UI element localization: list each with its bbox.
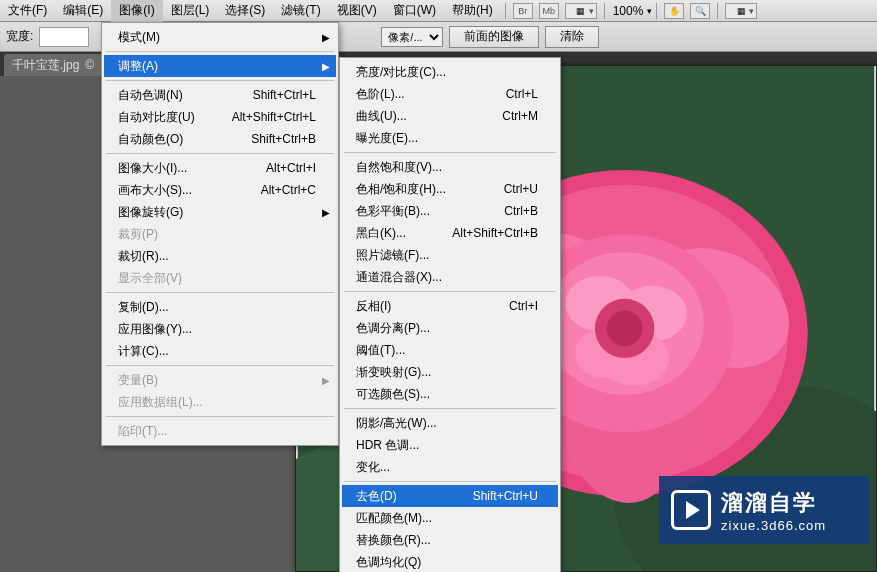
unit-select[interactable]: 像素/...: [381, 27, 443, 47]
play-icon: [671, 490, 711, 530]
menu-variations[interactable]: 变化...: [342, 456, 558, 478]
menu-photo-filter[interactable]: 照片滤镜(F)...: [342, 244, 558, 266]
separator: [106, 416, 334, 417]
menu-match-color[interactable]: 匹配颜色(M)...: [342, 507, 558, 529]
separator: [344, 408, 556, 409]
menu-channel-mixer[interactable]: 通道混合器(X)...: [342, 266, 558, 288]
menu-window[interactable]: 窗口(W): [385, 0, 444, 22]
menu-desaturate[interactable]: 去色(D)Shift+Ctrl+U: [342, 485, 558, 507]
menu-invert[interactable]: 反相(I)Ctrl+I: [342, 295, 558, 317]
menu-help[interactable]: 帮助(H): [444, 0, 501, 22]
menu-select[interactable]: 选择(S): [217, 0, 273, 22]
menu-mode[interactable]: 模式(M)▶: [104, 26, 336, 48]
arrange-dropdown[interactable]: ▦: [725, 3, 757, 19]
menu-brightness-contrast[interactable]: 亮度/对比度(C)...: [342, 61, 558, 83]
menu-shadows-highlights[interactable]: 阴影/高光(W)...: [342, 412, 558, 434]
menu-edit[interactable]: 编辑(E): [55, 0, 111, 22]
menu-canvas-size[interactable]: 画布大小(S)...Alt+Ctrl+C: [104, 179, 336, 201]
menu-replace-color[interactable]: 替换颜色(R)...: [342, 529, 558, 551]
separator: [344, 481, 556, 482]
bridge-icon[interactable]: Br: [513, 3, 533, 19]
menu-vibrance[interactable]: 自然饱和度(V)...: [342, 156, 558, 178]
menu-color-balance[interactable]: 色彩平衡(B)...Ctrl+B: [342, 200, 558, 222]
menu-view[interactable]: 视图(V): [329, 0, 385, 22]
menu-auto-contrast[interactable]: 自动对比度(U)Alt+Shift+Ctrl+L: [104, 106, 336, 128]
zoom-tool-icon[interactable]: 🔍: [690, 3, 710, 19]
menu-black-white[interactable]: 黑白(K)...Alt+Shift+Ctrl+B: [342, 222, 558, 244]
menu-selective-color[interactable]: 可选颜色(S)...: [342, 383, 558, 405]
svg-point-17: [607, 311, 643, 347]
menu-image-size[interactable]: 图像大小(I)...Alt+Ctrl+I: [104, 157, 336, 179]
menu-crop: 裁剪(P): [104, 223, 336, 245]
menu-hue-saturation[interactable]: 色相/饱和度(H)...Ctrl+U: [342, 178, 558, 200]
menu-equalize[interactable]: 色调均化(Q): [342, 551, 558, 572]
separator: [344, 291, 556, 292]
separator: [106, 365, 334, 366]
tab-title: 千叶宝莲.jpg: [12, 57, 79, 74]
menu-datasets: 应用数据组(L)...: [104, 391, 336, 413]
separator: [505, 3, 506, 19]
menu-hdr-toning[interactable]: HDR 色调...: [342, 434, 558, 456]
minibridge-icon[interactable]: Mb: [539, 3, 559, 19]
menu-posterize[interactable]: 色调分离(P)...: [342, 317, 558, 339]
menu-reveal-all: 显示全部(V): [104, 267, 336, 289]
menu-levels[interactable]: 色阶(L)...Ctrl+L: [342, 83, 558, 105]
document-tab[interactable]: 千叶宝莲.jpg © ×: [4, 54, 115, 76]
menu-auto-color[interactable]: 自动颜色(O)Shift+Ctrl+B: [104, 128, 336, 150]
separator: [344, 152, 556, 153]
menu-curves[interactable]: 曲线(U)...Ctrl+M: [342, 105, 558, 127]
separator: [604, 3, 605, 19]
menu-calculations[interactable]: 计算(C)...: [104, 340, 336, 362]
separator: [717, 3, 718, 19]
width-label: 宽度:: [6, 28, 33, 45]
screen-mode-dropdown[interactable]: ▦: [565, 3, 597, 19]
separator: [656, 3, 657, 19]
image-menu: 模式(M)▶ 调整(A)▶ 自动色调(N)Shift+Ctrl+L 自动对比度(…: [101, 22, 339, 446]
menu-variables: 变量(B)▶: [104, 369, 336, 391]
watermark-url: zixue.3d66.com: [721, 518, 826, 533]
adjustments-submenu: 亮度/对比度(C)... 色阶(L)...Ctrl+L 曲线(U)...Ctrl…: [339, 57, 561, 572]
menu-image[interactable]: 图像(I): [111, 0, 162, 22]
width-input[interactable]: [39, 27, 89, 47]
clear-button[interactable]: 清除: [545, 26, 599, 48]
separator: [106, 51, 334, 52]
front-image-button[interactable]: 前面的图像: [449, 26, 539, 48]
menu-layer[interactable]: 图层(L): [163, 0, 218, 22]
menu-file[interactable]: 文件(F): [0, 0, 55, 22]
menu-apply-image[interactable]: 应用图像(Y)...: [104, 318, 336, 340]
menu-gradient-map[interactable]: 渐变映射(G)...: [342, 361, 558, 383]
separator: [106, 292, 334, 293]
menu-adjustments[interactable]: 调整(A)▶: [104, 55, 336, 77]
menu-trim[interactable]: 裁切(R)...: [104, 245, 336, 267]
menu-duplicate[interactable]: 复制(D)...: [104, 296, 336, 318]
separator: [106, 153, 334, 154]
watermark: 溜溜自学 zixue.3d66.com: [659, 476, 869, 544]
watermark-title: 溜溜自学: [721, 488, 826, 518]
menu-auto-tone[interactable]: 自动色调(N)Shift+Ctrl+L: [104, 84, 336, 106]
menubar: 文件(F) 编辑(E) 图像(I) 图层(L) 选择(S) 滤镜(T) 视图(V…: [0, 0, 877, 22]
separator: [106, 80, 334, 81]
menu-trap: 陷印(T)...: [104, 420, 336, 442]
menu-threshold[interactable]: 阈值(T)...: [342, 339, 558, 361]
menu-exposure[interactable]: 曝光度(E)...: [342, 127, 558, 149]
menu-rotate[interactable]: 图像旋转(G)▶: [104, 201, 336, 223]
menu-filter[interactable]: 滤镜(T): [273, 0, 328, 22]
tab-suffix: ©: [85, 58, 94, 72]
zoom-level[interactable]: 100%: [613, 4, 644, 18]
hand-tool-icon[interactable]: ✋: [664, 3, 684, 19]
